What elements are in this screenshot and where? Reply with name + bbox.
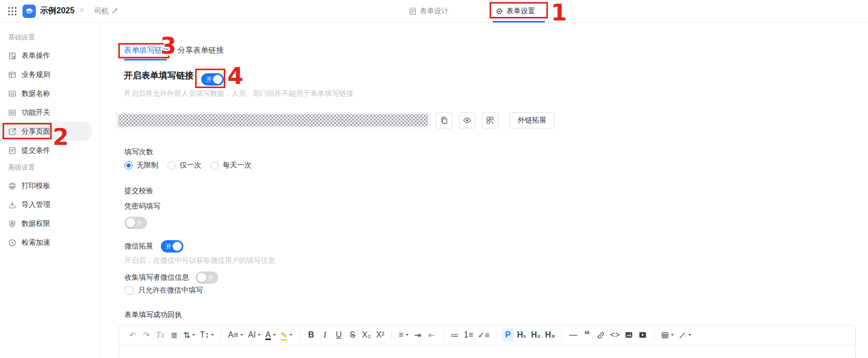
heading3-icon[interactable]: H₃: [544, 328, 557, 342]
tab-share-form-link[interactable]: 分享表单链接: [178, 46, 224, 55]
superscript-icon[interactable]: X²: [374, 328, 386, 342]
sidebar-item-label: 分享页面: [22, 127, 50, 136]
undo-icon[interactable]: ↶: [126, 328, 139, 342]
tab-form-fill-link[interactable]: 表单填写链接: [124, 46, 170, 55]
sidebar-item-form-operations[interactable]: 表单操作: [0, 46, 100, 65]
sidebar-item-label: 提交条件: [22, 146, 50, 155]
radio-option-once[interactable]: 仅一次: [167, 161, 201, 170]
share-page-panel: 表单填写链接 分享表单链接 开启表单填写链接 开 开启后将允许外部人员填写数据，…: [100, 23, 868, 358]
qr-code-button[interactable]: [482, 112, 498, 129]
nav-form-settings[interactable]: 表单设置: [495, 0, 535, 22]
indent-icon[interactable]: ⇥: [412, 328, 424, 342]
collect-wechat-info-label: 收集填写者微信信息: [124, 273, 189, 282]
toolbar-divider: [221, 330, 221, 340]
sidebar-item-feature-switch[interactable]: 功能开关: [0, 103, 100, 122]
radio-selected-icon[interactable]: [124, 161, 133, 170]
toggle-knob: [173, 242, 182, 251]
bold-icon[interactable]: B: [305, 328, 317, 342]
video-icon[interactable]: [637, 328, 649, 342]
radio-label: 无限制: [137, 161, 158, 170]
paragraph-icon[interactable]: P: [502, 328, 514, 342]
search-acceleration-icon: [8, 239, 16, 247]
heading1-icon[interactable]: H₁: [516, 328, 528, 342]
toolbar-divider: [391, 330, 392, 340]
app-launcher-icon[interactable]: [7, 6, 17, 16]
breadcrumb-chevron: >: [79, 5, 84, 14]
chevron-down-icon: [406, 334, 409, 336]
chevron-down-icon: [289, 334, 292, 336]
image-icon[interactable]: [623, 328, 635, 342]
collect-wechat-info-toggle[interactable]: 关: [196, 271, 218, 284]
nav-form-design[interactable]: 表单设计: [409, 0, 449, 22]
sidebar-item-data-name[interactable]: 数据名称: [0, 84, 100, 103]
sidebar-item-label: 功能开关: [22, 108, 50, 117]
section-basic-settings: 基础设置: [0, 33, 100, 42]
heading2-icon[interactable]: H₂: [530, 328, 542, 342]
fill-link-toggle[interactable]: 开: [201, 73, 224, 86]
clear-format-icon[interactable]: Tx: [154, 328, 166, 342]
toggle-on-label: 开: [206, 73, 212, 86]
subscript-icon[interactable]: X₂: [360, 328, 372, 342]
sidebar-item-data-permission[interactable]: 数据权限: [0, 214, 100, 233]
editor-toolbar: ↶ ↷ Tx ≣ ⇅ T↕ A≡ AI A ✎ B I U S X₂ X² ≡: [119, 325, 855, 345]
sidebar-item-share-page[interactable]: 分享页面: [0, 122, 92, 141]
only-wechat-checkbox-row[interactable]: 只允许在微信中填写: [125, 286, 203, 295]
sidebar-item-print-template[interactable]: 打印模板: [0, 176, 100, 195]
link-icon[interactable]: [595, 328, 607, 342]
wechat-extension-toggle[interactable]: 开: [161, 240, 183, 252]
form-fill-link-field[interactable]: [115, 112, 431, 129]
font-preset-icon[interactable]: A≡: [226, 328, 245, 342]
feature-switch-icon: [8, 109, 16, 117]
submit-condition-icon: [8, 146, 16, 155]
radio-option-once-per-day[interactable]: 每天一次: [210, 161, 251, 170]
redo-icon[interactable]: ↷: [140, 328, 153, 342]
align-icon[interactable]: ≡: [397, 328, 410, 342]
check-list-icon[interactable]: ✓≡: [476, 328, 491, 342]
letter-spacing-icon[interactable]: AI: [246, 328, 262, 342]
fill-link-title: 开启表单填写链接: [124, 70, 194, 81]
font-color-icon[interactable]: A: [264, 328, 278, 342]
outdent-icon[interactable]: ⇤: [426, 328, 438, 342]
divider-icon[interactable]: —: [567, 328, 580, 342]
sidebar-item-import-management[interactable]: 导入管理: [0, 195, 100, 214]
only-wechat-checkbox[interactable]: [125, 286, 133, 294]
wechat-extension-description: 开启后，在微信中可以获取微信用户的填写信息: [124, 256, 275, 265]
toggle-off-label: 关: [136, 217, 142, 229]
blockquote-icon[interactable]: “: [581, 328, 594, 342]
radio-option-unlimited[interactable]: 无限制: [124, 161, 158, 170]
sidebar-item-business-rules[interactable]: 业务规则: [0, 65, 100, 84]
sidebar-item-search-acceleration[interactable]: 检索加速: [0, 233, 100, 252]
line-height-icon[interactable]: ⇅: [182, 328, 197, 342]
external-link-extension-button[interactable]: 外链拓展: [510, 112, 555, 129]
copy-link-button[interactable]: [436, 112, 452, 129]
receipt-label: 表单填写成功回执: [124, 310, 182, 320]
underline-icon[interactable]: U: [332, 328, 345, 342]
font-size-icon[interactable]: T↕: [198, 328, 216, 342]
bullet-list-icon[interactable]: ≔: [449, 328, 461, 342]
fill-link-description: 开启后将允许外部人员填写数据，人员、部门组件不能用于表单填写链接: [124, 89, 353, 98]
ordered-list-icon[interactable]: 1≡: [462, 328, 475, 342]
paragraph-indent-icon[interactable]: ≣: [168, 328, 180, 342]
app-logo-icon[interactable]: [23, 5, 36, 18]
redacted-link-mosaic: [118, 114, 428, 127]
radio-icon[interactable]: [167, 161, 176, 170]
radio-label: 每天一次: [223, 161, 251, 170]
preview-link-button[interactable]: [459, 112, 475, 129]
form-name: 司机: [94, 7, 109, 16]
strikethrough-icon[interactable]: S: [346, 328, 358, 342]
toggle-knob: [213, 75, 222, 84]
radio-icon[interactable]: [210, 161, 219, 170]
edit-form-name-icon[interactable]: [111, 7, 118, 14]
data-permission-icon: [8, 220, 16, 228]
table-icon[interactable]: [660, 328, 675, 342]
app-title[interactable]: 示例2025: [40, 6, 75, 16]
nav-form-settings-label: 表单设置: [506, 7, 535, 16]
highlight-color-icon[interactable]: ✎: [279, 328, 294, 342]
italic-icon[interactable]: I: [319, 328, 331, 342]
code-icon[interactable]: <>: [609, 328, 622, 342]
editor-content-area[interactable]: [119, 345, 855, 358]
sidebar-item-submit-condition[interactable]: 提交条件: [0, 141, 100, 160]
password-fill-toggle[interactable]: 关: [124, 217, 147, 229]
toggle-knob: [197, 273, 206, 282]
magic-wand-icon[interactable]: [677, 328, 693, 342]
